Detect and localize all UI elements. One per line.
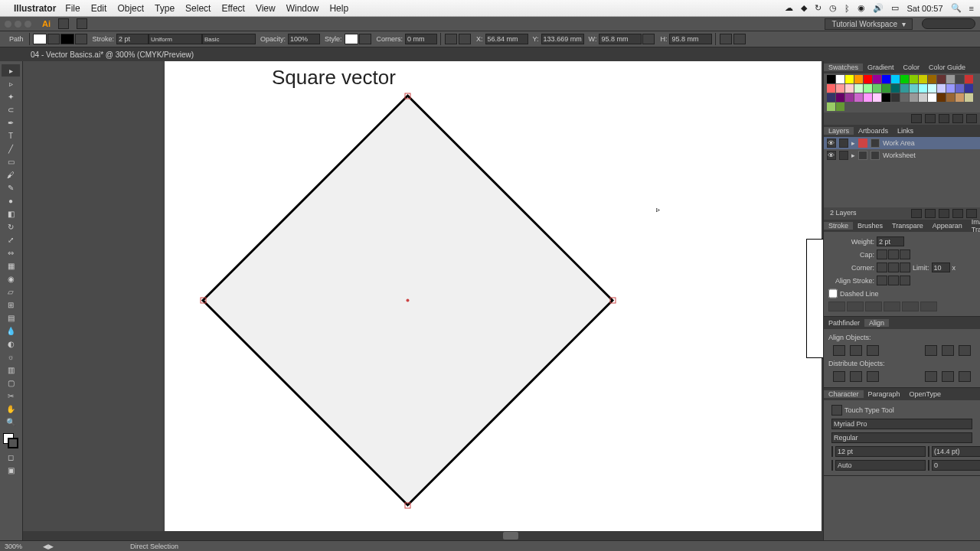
free-transform-tool[interactable]: ▦ <box>2 259 20 272</box>
menu-edit[interactable]: Edit <box>91 3 107 14</box>
transform-button[interactable] <box>459 34 471 44</box>
swatch[interactable] <box>891 93 900 102</box>
limit-input[interactable] <box>932 262 950 272</box>
align-button[interactable] <box>445 34 457 44</box>
stroke-menu-icon[interactable] <box>75 34 87 44</box>
stroke-profile-dropdown[interactable]: Uniform <box>149 34 202 44</box>
tab-appearance[interactable]: Appearan <box>928 222 967 230</box>
w-input[interactable] <box>599 34 642 44</box>
opacity-input[interactable] <box>288 34 320 44</box>
dashed-checkbox[interactable] <box>828 289 838 298</box>
leading-input[interactable] <box>932 446 980 457</box>
align-right-icon[interactable] <box>867 345 879 356</box>
style-swatch[interactable] <box>345 34 358 44</box>
new-layer-icon[interactable] <box>952 209 963 218</box>
gradient-tool[interactable]: ▤ <box>2 311 20 324</box>
workspace-switcher[interactable]: Tutorial Workspace ▾ <box>825 18 913 30</box>
document-tab[interactable]: 04 - Vector Basics.ai* @ 300% (CMYK/Prev… <box>0 47 980 61</box>
menu-file[interactable]: File <box>65 3 80 14</box>
swatch[interactable] <box>864 93 872 102</box>
selection-tool[interactable]: ▸ <box>2 64 20 77</box>
blob-brush-tool[interactable]: ● <box>2 194 20 207</box>
corner-buttons[interactable] <box>877 262 910 272</box>
layer-visibility-icon[interactable]: 👁 <box>827 151 836 160</box>
swatch[interactable] <box>827 75 835 83</box>
swatch[interactable] <box>864 84 872 93</box>
swatch[interactable] <box>836 84 844 93</box>
dist-hcenter-icon[interactable] <box>942 371 954 382</box>
tab-layers[interactable]: Layers <box>824 127 854 135</box>
swatch[interactable] <box>928 93 936 102</box>
bridge-button[interactable] <box>58 18 69 29</box>
pencil-tool[interactable]: ✎ <box>2 181 20 194</box>
dist-right-icon[interactable] <box>959 371 971 382</box>
side-rectangle[interactable] <box>806 239 823 358</box>
layer-lock-icon[interactable] <box>839 139 848 148</box>
eyedropper-tool[interactable]: 💧 <box>2 324 20 337</box>
symbol-tool[interactable]: ☼ <box>2 350 20 363</box>
tab-transparency[interactable]: Transpare <box>887 222 928 230</box>
screen-mode-icon[interactable]: ▣ <box>2 464 20 476</box>
swatch[interactable] <box>937 93 946 102</box>
swatch[interactable] <box>956 75 964 83</box>
swatch[interactable] <box>937 75 946 83</box>
swatch[interactable] <box>937 84 946 93</box>
scroll-thumb[interactable] <box>503 532 518 540</box>
tracking-input[interactable] <box>932 460 980 471</box>
arrange-button[interactable] <box>77 18 87 29</box>
swatch[interactable] <box>919 84 927 93</box>
tab-gradient[interactable]: Gradient <box>863 64 899 71</box>
align-vcenter-icon[interactable] <box>942 345 954 356</box>
artboard[interactable]: Square vector ▹ <box>165 61 822 540</box>
tab-color-guide[interactable]: Color Guide <box>924 64 970 71</box>
swatch[interactable] <box>854 84 863 93</box>
swatch[interactable] <box>836 103 844 111</box>
menu-object[interactable]: Object <box>117 3 144 14</box>
fill-menu-icon[interactable] <box>47 34 60 44</box>
app-name[interactable]: Illustrator <box>14 3 56 14</box>
swatch[interactable] <box>946 84 955 93</box>
brush-dropdown[interactable]: Basic <box>202 34 256 44</box>
swatch[interactable] <box>827 93 835 102</box>
swatch[interactable] <box>873 75 881 83</box>
tab-paragraph[interactable]: Paragraph <box>864 390 905 398</box>
dash-input[interactable] <box>902 302 919 311</box>
font-size-input[interactable] <box>835 446 926 457</box>
clock-icon[interactable]: ◷ <box>829 3 837 13</box>
rotate-tool[interactable]: ↻ <box>2 220 20 233</box>
zoom-level[interactable]: 300% <box>5 543 43 550</box>
stroke-weight-input[interactable] <box>116 34 149 44</box>
fill-swatch[interactable] <box>33 34 47 44</box>
draw-mode-icon[interactable]: ◻ <box>2 451 20 463</box>
layer-row[interactable]: 👁 ▸ Worksheet <box>824 149 980 161</box>
mesh-tool[interactable]: ⊞ <box>2 298 20 311</box>
dash-input[interactable] <box>828 302 845 311</box>
blend-tool[interactable]: ◐ <box>2 337 20 350</box>
tab-swatches[interactable]: Swatches <box>824 64 863 71</box>
slice-tool[interactable]: ✂ <box>2 390 20 402</box>
menu-icon[interactable]: ≡ <box>969 4 974 13</box>
swatch[interactable] <box>864 75 872 83</box>
swatch[interactable] <box>827 103 835 111</box>
swatch[interactable] <box>882 93 890 102</box>
rectangle-tool[interactable]: ▭ <box>2 155 20 168</box>
swatch[interactable] <box>946 93 955 102</box>
dropbox-icon[interactable]: ◆ <box>801 3 807 13</box>
sublayer-icon[interactable] <box>939 209 949 218</box>
y-input[interactable] <box>541 34 584 44</box>
search-input[interactable] <box>922 18 975 29</box>
menu-help[interactable]: Help <box>329 3 348 14</box>
tab-stroke[interactable]: Stroke <box>824 222 853 230</box>
swatch[interactable] <box>910 75 918 83</box>
tab-links[interactable]: Links <box>893 127 918 135</box>
swatch[interactable] <box>882 75 890 83</box>
layer-name[interactable]: Work Area <box>883 139 915 147</box>
menu-effect[interactable]: Effect <box>221 3 244 14</box>
dash-input[interactable] <box>865 302 882 311</box>
layer-expand-icon[interactable]: ▸ <box>851 139 855 147</box>
swatch[interactable] <box>900 75 909 83</box>
shape-builder-tool[interactable]: ◉ <box>2 272 20 285</box>
direct-selection-tool[interactable]: ▹ <box>2 77 20 90</box>
font-style-input[interactable] <box>831 432 972 443</box>
swatch[interactable] <box>891 84 900 93</box>
